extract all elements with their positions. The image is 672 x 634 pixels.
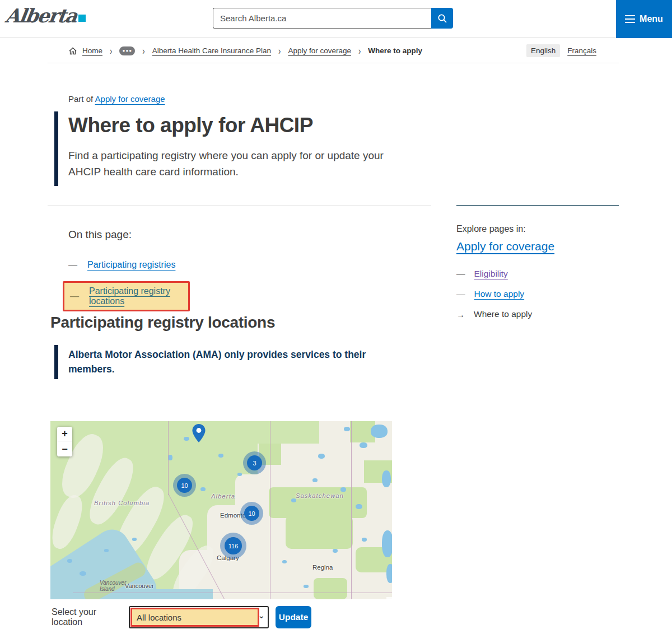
site-search (213, 8, 453, 29)
map-cluster-count: 116 (225, 537, 242, 554)
alberta-logo[interactable]: Alberta (6, 4, 86, 27)
map-cluster-3[interactable]: 3 (243, 451, 266, 474)
toc-link-registry-locations[interactable]: Participating registry locations (89, 286, 183, 306)
location-select-label: Select your location (52, 607, 129, 627)
map-lake (340, 487, 346, 492)
menu-button[interactable]: Menu (616, 0, 672, 38)
map-border-bc-ab (168, 421, 169, 495)
sidebar-item-where-to-apply: → Where to apply (456, 309, 619, 319)
map-lake (67, 559, 72, 563)
map-lake (104, 549, 109, 552)
map-lake (382, 470, 391, 487)
hamburger-icon (625, 15, 635, 23)
map-label-british-columbia: British Columbia (94, 500, 150, 506)
map-border-ab-sk (270, 421, 270, 599)
breadcrumb-ahcip-link[interactable]: Alberta Health Care Insurance Plan (152, 46, 271, 55)
map-terrain (314, 578, 347, 599)
toc-item-registry-locations-highlighted: — Participating registry locations (63, 281, 190, 311)
map-ocean (50, 589, 213, 599)
map-lake (237, 473, 242, 476)
search-input[interactable] (213, 8, 431, 29)
map-lake (282, 560, 287, 563)
map-cluster-116-calgary[interactable]: 116 (220, 533, 246, 559)
map-cluster-count: 10 (177, 478, 192, 493)
map-label-vancouver-island-line1: Vancouver (100, 580, 126, 586)
map-cluster-10-edmonton[interactable]: 10 (240, 502, 263, 525)
map-label-regina: Regina (312, 564, 333, 571)
map-lake (371, 425, 388, 438)
breadcrumb-separator: › (110, 45, 112, 57)
breadcrumb-apply-link[interactable]: Apply for coverage (288, 46, 351, 55)
page: Alberta Menu Home › ●●● › Alberta Health… (0, 0, 672, 634)
toc-link-participating-registries[interactable]: Participating registries (87, 260, 175, 270)
registry-locations-map[interactable]: British Columbia Alberta Saskatchewan Ed… (50, 421, 392, 599)
zoom-out-button[interactable]: − (57, 442, 72, 456)
part-of-line: Part of Apply for coverage (68, 94, 395, 104)
explore-sidebar: Explore pages in: Apply for coverage — E… (456, 205, 619, 329)
map-pin-marker[interactable] (192, 424, 206, 443)
map-border-us (73, 593, 392, 593)
map-cluster-10-west[interactable]: 10 (173, 474, 196, 497)
zoom-in-button[interactable]: + (57, 427, 72, 441)
menu-label: Menu (640, 14, 663, 24)
map-lake (132, 538, 137, 541)
sidebar-current-page: Where to apply (474, 309, 532, 319)
location-select-value-highlighted: All locations (130, 608, 259, 627)
content-divider (48, 205, 431, 206)
breadcrumb-separator: › (142, 45, 144, 57)
title-block: Where to apply for AHCIP Find a particip… (54, 111, 395, 186)
dash-bullet: — (456, 289, 465, 299)
map-lake (312, 478, 318, 482)
page-description: Find a participating registry where you … (68, 147, 395, 180)
search-button[interactable] (431, 8, 453, 29)
toc-item-participating-registries: — Participating registries (63, 257, 395, 273)
part-of-link[interactable]: Apply for coverage (95, 94, 165, 104)
map-attribution: Leaflet | © OpenStreetMap contributors (386, 597, 392, 599)
map-lake (184, 437, 189, 441)
sidebar-heading: Explore pages in: (456, 224, 619, 234)
location-controls: Select your location All locations ⌄ Upd… (52, 606, 311, 628)
location-select[interactable]: All locations ⌄ (129, 606, 269, 628)
home-icon (68, 46, 77, 55)
ama-callout: Alberta Motor Association (AMA) only pro… (54, 345, 379, 379)
map-terrain (286, 515, 353, 549)
map-lake (360, 442, 367, 448)
attribution-contributors: contributors (389, 598, 392, 599)
map-cluster-count: 3 (247, 455, 262, 470)
map-lake (344, 427, 350, 431)
dash-bullet: — (68, 260, 77, 270)
dash-bullet: — (70, 291, 79, 301)
map-label-saskatchewan: Saskatchewan (296, 492, 344, 499)
breadcrumb: Home › ●●● › Alberta Health Care Insuran… (48, 39, 619, 63)
on-this-page: On this page: — Participating registries… (50, 229, 395, 319)
map-lake (218, 454, 223, 458)
map-lake (291, 498, 296, 502)
part-of-label: Part of (68, 94, 93, 104)
breadcrumb-ellipsis-button[interactable]: ●●● (119, 46, 135, 55)
map-lake (200, 487, 206, 491)
map-lake (168, 455, 172, 460)
alberta-logo-text: Alberta (4, 4, 78, 27)
breadcrumb-separator: › (278, 45, 281, 57)
map-lake (304, 585, 309, 588)
sidebar-link-eligibility[interactable]: Eligibility (474, 269, 508, 279)
map-lake (80, 571, 86, 576)
main-content: Part of Apply for coverage Where to appl… (50, 63, 395, 186)
map-lake (382, 530, 392, 557)
ama-callout-text: Alberta Motor Association (AMA) only pro… (68, 347, 374, 377)
chevron-down-icon: ⌄ (258, 610, 265, 621)
section-heading: Participating registry locations (50, 314, 275, 332)
language-french-link[interactable]: Français (567, 46, 596, 55)
map-label-alberta: Alberta (211, 493, 235, 500)
sidebar-link-how-to-apply[interactable]: How to apply (474, 289, 525, 299)
breadcrumb-home-link[interactable]: Home (82, 46, 102, 55)
map-zoom-control: + − (57, 427, 72, 456)
update-button[interactable]: Update (276, 606, 311, 628)
sidebar-parent-link[interactable]: Apply for coverage (456, 240, 554, 253)
language-toggle: English Français (526, 44, 596, 57)
on-this-page-heading: On this page: (68, 229, 395, 241)
search-icon (437, 13, 447, 24)
arrow-right-icon: → (456, 310, 465, 319)
map-lake (386, 564, 392, 583)
map-border-sk-mb (351, 421, 352, 599)
